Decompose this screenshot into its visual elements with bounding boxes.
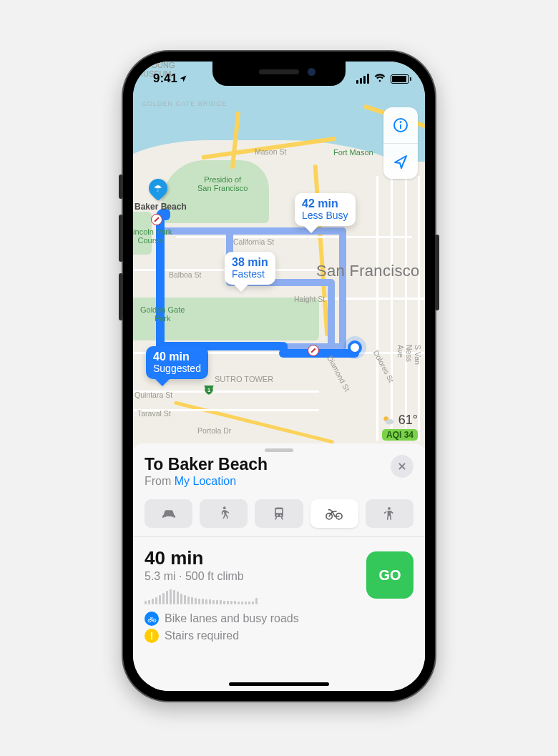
map-info-button[interactable]	[383, 107, 418, 143]
close-icon	[397, 461, 407, 471]
street-label: Quintara St	[134, 391, 172, 399]
location-arrow-icon	[392, 153, 409, 170]
destination-title: To Baker Beach	[145, 455, 391, 474]
svg-point-8	[223, 506, 226, 509]
close-button[interactable]	[391, 455, 413, 478]
street-label: S Van Ness Ave	[396, 345, 422, 376]
info-icon	[392, 117, 409, 134]
map-locate-button[interactable]	[383, 143, 418, 179]
origin-link[interactable]: My Location	[175, 475, 236, 487]
map-label: Fort Mason	[333, 149, 373, 157]
route-summary[interactable]: 40 min 5.3 mi · 500 ft climb Bike lanes …	[145, 537, 413, 643]
temperature: 61°	[398, 413, 418, 428]
svg-point-3	[401, 122, 401, 122]
car-icon	[160, 506, 178, 521]
svg-point-12	[280, 514, 281, 516]
advisory-row: Bike lanes and busy roads	[145, 612, 353, 626]
map-label: Golden Gate Park	[140, 306, 185, 323]
advisory-row: ! Stairs required	[145, 629, 353, 643]
bike-icon	[325, 506, 343, 521]
mode-bike[interactable]	[310, 499, 358, 528]
aqi-badge: AQI 34	[382, 429, 418, 441]
svg-point-11	[276, 514, 278, 516]
bike-lane-icon	[145, 612, 159, 626]
svg-point-5	[386, 418, 394, 424]
origin-row: From My Location	[145, 475, 391, 488]
partly-cloudy-icon	[381, 413, 396, 428]
highway-shield-icon: 1	[202, 383, 215, 396]
map-controls	[383, 107, 418, 179]
sheet-grabber[interactable]	[265, 448, 293, 452]
status-time: 9:41	[153, 72, 187, 86]
walk-icon	[215, 506, 233, 521]
map-label: SUTRO TOWER	[215, 375, 273, 384]
city-label: San Francisco	[316, 262, 420, 280]
mode-rideshare[interactable]	[366, 499, 413, 528]
home-indicator[interactable]	[229, 682, 329, 686]
mode-walk[interactable]	[200, 499, 248, 528]
street-label: Haight St	[294, 295, 325, 303]
map-label: Presidio of San Francisco	[197, 176, 248, 192]
mode-transit[interactable]	[255, 499, 303, 528]
mode-car[interactable]	[145, 499, 192, 528]
current-location-dot	[348, 340, 362, 355]
go-button[interactable]: GO	[366, 551, 413, 599]
transport-mode-selector	[145, 499, 413, 528]
route-duration: 40 min	[145, 547, 353, 569]
map-label: GOLDEN GATE BRIDGE	[142, 100, 227, 107]
directions-sheet[interactable]: To Baker Beach From My Location	[133, 443, 425, 691]
transit-icon	[270, 506, 288, 521]
route-meta: 5.3 mi · 500 ft climb	[145, 570, 353, 583]
svg-point-15	[388, 507, 391, 510]
svg-text:1: 1	[207, 387, 210, 393]
street-label: Mason St	[255, 147, 286, 156]
phone-frame: 9:41	[123, 51, 435, 701]
warning-icon: !	[145, 629, 159, 643]
wifi-icon	[373, 72, 386, 86]
street-label: California St	[233, 237, 274, 246]
hazard-icon	[151, 214, 162, 225]
cellular-icon	[356, 74, 369, 84]
route-callout-selected[interactable]: 40 min Suggested	[146, 346, 208, 379]
destination-pin-label: Baker Beach	[134, 202, 187, 212]
battery-icon	[391, 74, 409, 84]
route-callout-alt2[interactable]: 38 min Fastest	[225, 252, 275, 285]
street-label: Taraval St	[137, 409, 171, 418]
rideshare-icon	[380, 506, 398, 521]
street-label: Portola Dr	[197, 426, 231, 435]
svg-rect-10	[276, 509, 282, 513]
map-label: Lincoln Park Course	[133, 228, 172, 245]
route-callout-alt1[interactable]: 42 min Less Busy	[295, 193, 356, 226]
hazard-icon	[308, 345, 319, 356]
location-services-icon	[179, 74, 187, 83]
notch	[212, 62, 346, 86]
weather-widget[interactable]: 61° AQI 34	[381, 413, 418, 441]
elevation-sparkline	[145, 589, 353, 604]
map-canvas[interactable]: ☂ Baker Beach 1 GOLDEN GATE BRIDGE Presi…	[133, 62, 425, 448]
screen: 9:41	[133, 62, 425, 691]
street-label: Balboa St	[169, 270, 202, 279]
